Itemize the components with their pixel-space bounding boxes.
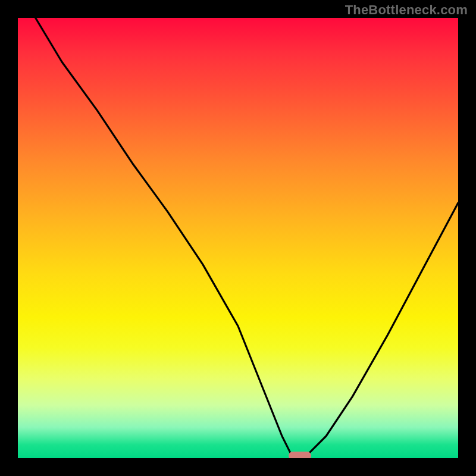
watermark-text: TheBottleneck.com bbox=[345, 2, 468, 18]
optimal-marker bbox=[289, 452, 311, 458]
plot-area bbox=[18, 18, 458, 458]
chart-frame: TheBottleneck.com bbox=[0, 0, 476, 476]
bottleneck-curve bbox=[18, 18, 458, 458]
